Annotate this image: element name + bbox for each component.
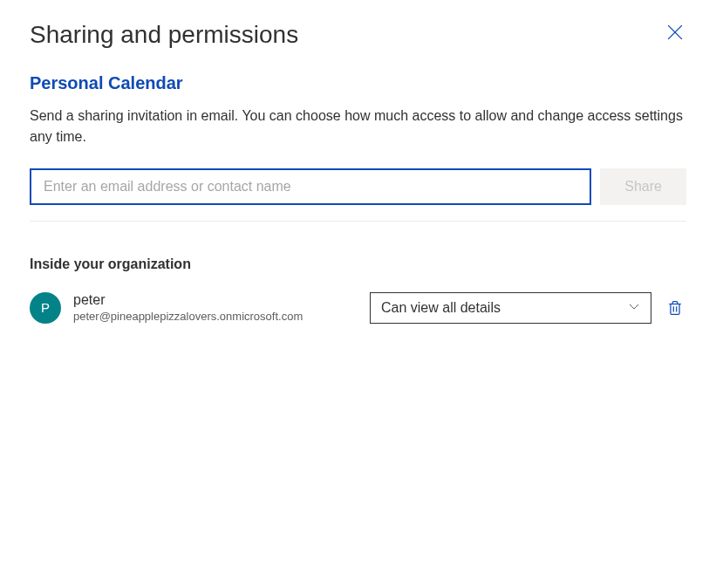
permission-value: Can view all details <box>381 300 501 316</box>
calendar-name: Personal Calendar <box>30 73 686 93</box>
person-info: peter peter@pineapplepizzalovers.onmicro… <box>73 291 358 325</box>
trash-icon <box>667 300 683 316</box>
page-title: Sharing and permissions <box>30 21 298 49</box>
person-email: peter@pineapplepizzalovers.onmicrosoft.c… <box>73 310 358 325</box>
description-text: Send a sharing invitation in email. You … <box>30 106 686 147</box>
person-row: P peter peter@pineapplepizzalovers.onmic… <box>30 291 686 325</box>
delete-button[interactable] <box>664 297 686 319</box>
section-title: Inside your organization <box>30 256 686 272</box>
avatar: P <box>30 292 61 324</box>
share-button[interactable]: Share <box>600 168 686 205</box>
person-name: peter <box>73 291 358 310</box>
chevron-down-icon <box>628 300 640 316</box>
permission-select[interactable]: Can view all details <box>370 292 651 324</box>
close-button[interactable] <box>664 21 686 44</box>
email-input[interactable] <box>30 168 591 205</box>
divider <box>30 221 686 222</box>
close-icon <box>667 24 683 40</box>
